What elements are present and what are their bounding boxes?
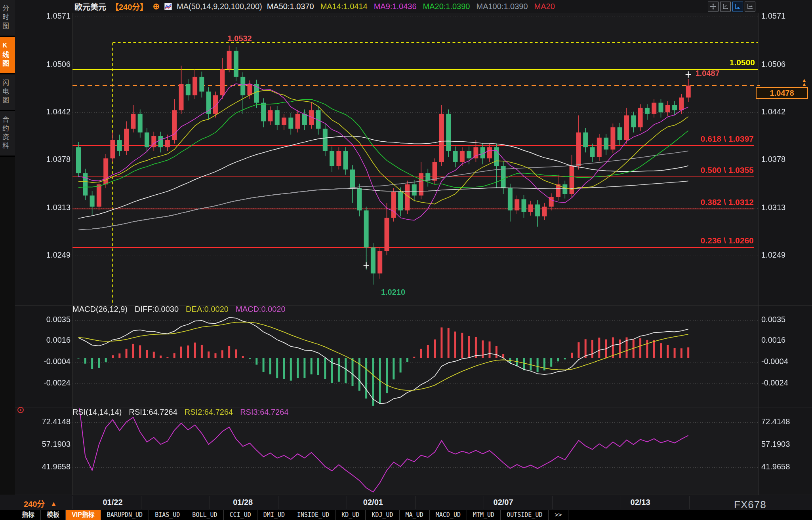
price-axis-left-label: 1.0571 [19, 11, 71, 21]
rsi-marker-icon[interactable] [17, 407, 24, 413]
macd-axis-left-label: -0.0004 [19, 357, 71, 366]
fib-level-label-3: 0.382 \ 1.0312 [635, 197, 754, 207]
time-axis-separator [689, 496, 690, 509]
time-axis-separator [347, 496, 347, 509]
macd-axis-left-label: 0.0035 [19, 315, 71, 324]
date-label-02/01: 02/01 [353, 498, 393, 507]
rsi-axis-left-label: 41.9658 [19, 462, 71, 471]
axis-autoscale-icon[interactable] [732, 2, 743, 11]
rsi-title-label: RSI(14,14,14) [72, 408, 122, 417]
indicator-tabbar: 指标模板VIP指标BARUPDN_UDBIAS_UDBOLL_UDCCI_UDD… [0, 510, 812, 520]
sidebar-item-3[interactable]: 闪电图 [0, 74, 15, 111]
price-axis-left-label: 1.0506 [19, 60, 71, 69]
rsi-panel-title: RSI(14,14,14) RSI1:64.7264 RSI2:64.7264 … [72, 408, 289, 417]
sidebar-item-2[interactable]: K线图 [0, 37, 15, 74]
chart-area: 欧元美元 【240分】 ⊕ MA(50,14,9,20,100,200) MA5… [15, 0, 812, 510]
macd-axis-left-label: 0.0016 [19, 336, 71, 345]
price-annotation-1.0210: 1.0210 [381, 288, 405, 297]
price-axis-left-label: 1.0378 [19, 155, 71, 164]
ma-value-6: MA20 [534, 2, 555, 11]
tab-kd_ud[interactable]: KD_UD [335, 510, 366, 520]
price-axis-right-label: 1.0571 [761, 11, 812, 21]
rsi-axis-right-label: 41.9658 [761, 462, 812, 471]
tab-barupdn_ud[interactable]: BARUPDN_UD [101, 510, 149, 520]
tab-cci_ud[interactable]: CCI_UD [224, 510, 257, 520]
tab-bias_ud[interactable]: BIAS_UD [149, 510, 186, 520]
header-toolbar [708, 2, 755, 11]
ma-value-4: MA20:1.0390 [423, 2, 470, 11]
fib-level-label-4: 0.236 \ 1.0260 [635, 236, 754, 245]
price-axis-right-label: 1.0442 [761, 107, 812, 116]
interval-indicator[interactable]: 240分 ▲ [24, 498, 57, 509]
tab-macd_ud[interactable]: MACD_UD [430, 510, 467, 520]
price-axis-left-label: 1.0249 [19, 251, 71, 260]
chart-header: 欧元美元 【240分】 ⊕ MA(50,14,9,20,100,200) MA5… [15, 0, 812, 13]
current-price-box: 1.0478 [756, 87, 808, 99]
time-axis-separator [72, 496, 73, 509]
axis-shift-icon[interactable] [745, 2, 755, 11]
date-label-02/13: 02/13 [621, 498, 660, 507]
plus-circle-icon[interactable]: ⊕ [152, 2, 160, 11]
tab-指标[interactable]: 指标 [16, 510, 41, 520]
sidebar-item-4[interactable]: 合约资料 [0, 111, 15, 157]
tab-vip指标[interactable]: VIP指标 [66, 510, 101, 520]
rsi-axis-right-label: 72.4148 [761, 417, 812, 426]
time-axis-separator [552, 496, 553, 509]
tab-模板[interactable]: 模板 [41, 510, 66, 520]
tab-kdj_ud[interactable]: KDJ_UD [366, 510, 399, 520]
price-axis-right-label: 1.0249 [761, 251, 812, 260]
rsi1-value: RSI1:64.7264 [129, 408, 177, 417]
date-label-01/22: 01/22 [93, 498, 133, 507]
price-annotation-1.0532: 1.0532 [228, 34, 252, 43]
price-axis-right-label: 1.0506 [761, 60, 812, 69]
macd-macd-value: MACD:0.0020 [236, 305, 286, 314]
macd-diff-value: DIFF:0.0030 [135, 305, 179, 314]
macd-axis-right-label: -0.0004 [761, 357, 812, 366]
macd-panel-title: MACD(26,12,9) DIFF:0.0030 DEA:0.0020 MAC… [72, 305, 286, 314]
price-chart-canvas[interactable] [15, 13, 812, 495]
ma-params-label: MA(50,14,9,20,100,200) [177, 2, 262, 11]
move-icon[interactable] [708, 2, 719, 11]
price-axis-left-label: 1.0442 [19, 107, 71, 116]
ma-value-3: MA9:1.0436 [374, 2, 417, 11]
interval-up-triangle-icon: ▲ [50, 500, 57, 507]
tab-inside_ud[interactable]: INSIDE_UD [291, 510, 335, 520]
rsi3-value: RSI3:64.7264 [240, 408, 288, 417]
macd-dea-value: DEA:0.0020 [186, 305, 229, 314]
time-axis-separator [278, 496, 278, 509]
tab-ma_ud[interactable]: MA_UD [400, 510, 430, 520]
tab-outside_ud[interactable]: OUTSIDE_UD [501, 510, 549, 520]
ma-value-5: MA100:1.0390 [477, 2, 528, 11]
chart-type-sidebar: 分时图K线图闪电图合约资料 [0, 0, 15, 510]
interval-badge: 【240分】 [111, 1, 148, 12]
rsi2-value: RSI2:64.7264 [185, 408, 233, 417]
tab-dmi_ud[interactable]: DMI_UD [257, 510, 291, 520]
line-chart-icon[interactable] [164, 3, 172, 10]
axis-scale-icon[interactable] [720, 2, 731, 11]
rsi-axis-right-label: 57.1903 [761, 440, 812, 449]
fib-level-label-1: 0.618 \ 1.0397 [635, 134, 754, 144]
time-axis-separator [415, 496, 416, 509]
tab-mtm_ud[interactable]: MTM_UD [467, 510, 501, 520]
price-annotation-1.0487: 1.0487 [696, 69, 720, 78]
tab-boll_ud[interactable]: BOLL_UD [186, 510, 223, 520]
resistance-price-label: 1.0500 [636, 58, 755, 67]
price-up-arrow-icon: ▲ [802, 82, 807, 86]
interval-text: 240分 [24, 498, 45, 509]
app-window: 分时图K线图闪电图合约资料 欧元美元 【240分】 ⊕ MA(50,14,9,2… [0, 0, 812, 520]
watermark: FX678 [734, 499, 766, 511]
price-axis-left-label: 1.0313 [19, 203, 71, 212]
tab->>[interactable]: >> [549, 510, 568, 520]
macd-axis-right-label: -0.0024 [761, 378, 812, 387]
symbol-title: 欧元美元 [74, 1, 106, 12]
ma-values: MA50:1.0370MA14:1.0414MA9:1.0436MA20:1.0… [267, 2, 555, 11]
ma-value-2: MA14:1.0414 [320, 2, 368, 11]
macd-title-label: MACD(26,12,9) [72, 305, 128, 314]
sidebar-item-1[interactable]: 分时图 [0, 0, 15, 37]
time-axis-separator [210, 496, 210, 509]
ma-value-1: MA50:1.0370 [267, 2, 314, 11]
price-axis-right-label: 1.0313 [761, 203, 812, 212]
date-label-01/28: 01/28 [223, 498, 263, 507]
time-axis: 240分 ▲ 01/2201/2802/0102/0702/13 [0, 495, 812, 510]
rsi-axis-left-label: 57.1903 [19, 440, 71, 449]
